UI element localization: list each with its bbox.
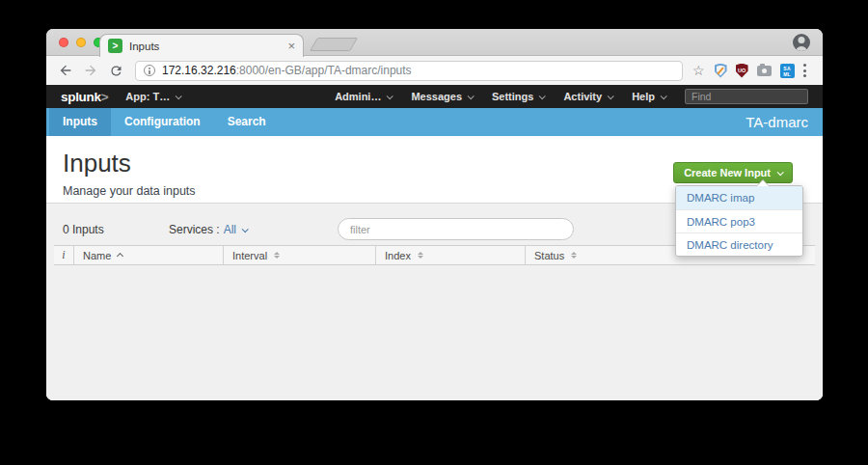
splunk-logo-text: splunk bbox=[61, 90, 101, 104]
help-menu-label: Help bbox=[632, 91, 655, 102]
menu-item-dmarc-directory[interactable]: DMARC directory bbox=[676, 232, 802, 256]
page-title: Inputs bbox=[63, 149, 131, 178]
create-new-input-button[interactable]: Create New Input bbox=[673, 162, 793, 183]
column-header-name-label: Name bbox=[83, 250, 111, 261]
browser-menu-icon[interactable] bbox=[803, 64, 806, 77]
find-input[interactable] bbox=[685, 89, 808, 104]
close-window-button[interactable] bbox=[59, 38, 68, 47]
minimize-window-button[interactable] bbox=[76, 38, 86, 47]
activity-menu-label: Activity bbox=[563, 91, 602, 102]
filter-input[interactable] bbox=[338, 218, 574, 240]
services-value: All bbox=[224, 223, 236, 236]
chevron-down-icon bbox=[387, 93, 393, 99]
address-bar[interactable]: 172.16.32.216 :8000/en-GB/app/TA-dmarc/i… bbox=[135, 61, 683, 81]
activity-menu[interactable]: Activity bbox=[563, 91, 612, 102]
camera-extension-icon[interactable] bbox=[757, 66, 772, 76]
profile-avatar-icon[interactable] bbox=[793, 34, 810, 51]
page-info-icon[interactable] bbox=[144, 65, 155, 76]
app-menu-dropdown[interactable]: App: T… bbox=[125, 91, 180, 102]
column-header-interval[interactable]: Interval bbox=[223, 246, 375, 264]
desktop-background: > Inputs × 172.16.32.216 bbox=[0, 0, 868, 465]
column-header-index-label: Index bbox=[385, 250, 411, 261]
app-name: TA-dmarc bbox=[746, 108, 823, 136]
sort-ascending-icon bbox=[117, 253, 123, 260]
help-menu[interactable]: Help bbox=[632, 91, 665, 102]
column-header-name[interactable]: Name bbox=[73, 246, 223, 264]
column-header-index[interactable]: Index bbox=[375, 246, 525, 264]
page-content: Inputs Manage your data inputs Create Ne… bbox=[46, 136, 823, 400]
window-controls bbox=[59, 38, 103, 47]
create-button-label: Create New Input bbox=[684, 167, 771, 178]
column-header-interval-label: Interval bbox=[232, 250, 267, 261]
chevron-down-icon bbox=[242, 226, 249, 232]
app-menu-label: App: T… bbox=[125, 91, 170, 102]
sort-icon bbox=[418, 252, 423, 260]
extension-icons: UO SAML bbox=[715, 64, 795, 78]
splunk-favicon-icon: > bbox=[108, 39, 122, 53]
chevron-down-icon bbox=[661, 93, 667, 99]
avatar-head-shape bbox=[799, 37, 805, 43]
browser-toolbar: 172.16.32.216 :8000/en-GB/app/TA-dmarc/i… bbox=[46, 56, 823, 85]
services-all-dropdown[interactable]: All bbox=[224, 223, 247, 236]
messages-menu[interactable]: Messages bbox=[411, 91, 473, 102]
tab-title: Inputs bbox=[129, 41, 159, 52]
splunk-logo[interactable]: splunk> bbox=[61, 90, 108, 104]
admin-menu[interactable]: Admini… bbox=[335, 91, 392, 102]
browser-tab[interactable]: > Inputs × bbox=[99, 34, 304, 57]
forward-button[interactable] bbox=[81, 61, 100, 80]
ublock-extension-icon[interactable]: UO bbox=[736, 64, 748, 78]
chevron-down-icon bbox=[539, 93, 546, 99]
menu-item-dmarc-pop3[interactable]: DMARC pop3 bbox=[676, 209, 802, 232]
sort-icon bbox=[274, 252, 280, 260]
bookmark-star-icon[interactable]: ☆ bbox=[692, 63, 705, 78]
back-button[interactable] bbox=[56, 61, 75, 80]
messages-menu-label: Messages bbox=[411, 91, 462, 102]
saml-label-bottom: ML bbox=[783, 71, 791, 77]
saml-extension-icon[interactable]: SAML bbox=[780, 64, 795, 78]
column-header-info: i bbox=[54, 246, 73, 264]
tab-close-icon[interactable]: × bbox=[287, 40, 295, 52]
splunk-header-menus: Admini… Messages Settings Activity Help bbox=[335, 89, 808, 104]
chevron-down-icon bbox=[608, 93, 614, 99]
menu-item-dmarc-imap[interactable]: DMARC imap bbox=[676, 186, 802, 209]
url-path: :8000/en-GB/app/TA-dmarc/inputs bbox=[236, 64, 412, 77]
url-host: 172.16.32.216 bbox=[162, 64, 236, 77]
nav-tab-search[interactable]: Search bbox=[214, 108, 280, 136]
chevron-down-icon bbox=[176, 93, 182, 99]
avatar-body-shape bbox=[796, 46, 808, 51]
services-filter: Services : All bbox=[169, 223, 247, 236]
chevron-down-icon bbox=[777, 169, 784, 176]
splunk-header-bar: splunk> App: T… Admini… Messages Setting… bbox=[46, 85, 823, 108]
settings-menu[interactable]: Settings bbox=[492, 91, 544, 102]
create-input-menu: DMARC imap DMARC pop3 DMARC directory bbox=[675, 185, 803, 257]
services-label: Services : bbox=[169, 223, 220, 236]
saml-label-top: SA bbox=[783, 66, 791, 71]
inputs-count: 0 Inputs bbox=[63, 223, 104, 236]
shield-extension-icon[interactable] bbox=[715, 64, 727, 78]
page-subtitle: Manage your data inputs bbox=[63, 184, 196, 198]
settings-menu-label: Settings bbox=[492, 91, 533, 102]
admin-menu-label: Admini… bbox=[335, 91, 381, 102]
app-nav-bar: Inputs Configuration Search TA-dmarc bbox=[46, 108, 823, 136]
browser-titlebar: > Inputs × bbox=[46, 29, 823, 56]
column-header-status-label: Status bbox=[534, 250, 564, 261]
sort-icon bbox=[571, 252, 577, 260]
browser-window: > Inputs × 172.16.32.216 bbox=[46, 29, 823, 400]
chevron-down-icon bbox=[468, 93, 475, 99]
new-tab-button[interactable] bbox=[310, 38, 358, 51]
splunk-logo-caret: > bbox=[101, 90, 109, 104]
nav-tab-configuration[interactable]: Configuration bbox=[111, 108, 214, 136]
reload-button[interactable] bbox=[106, 61, 125, 80]
nav-tab-inputs[interactable]: Inputs bbox=[49, 108, 111, 136]
